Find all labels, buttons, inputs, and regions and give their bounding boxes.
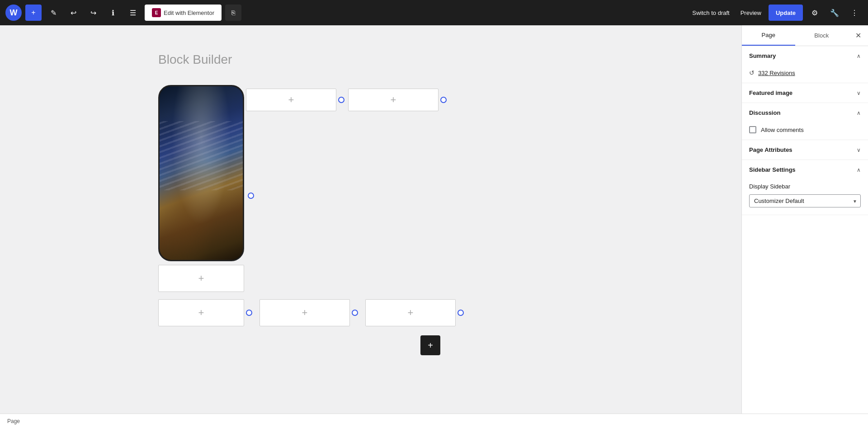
toolbar-right: Switch to draft Preview Update ⚙ 🔧 ⋮ — [689, 5, 863, 21]
sidebar-select-wrapper: Customizer Default Always Show Always Hi… — [742, 193, 868, 215]
panel-close-button[interactable]: ✕ — [848, 25, 868, 46]
page-attributes-section: Page Attributes ∨ — [742, 140, 868, 160]
allow-comments-checkbox[interactable] — [749, 126, 756, 133]
allow-comments-row: Allow comments — [742, 122, 868, 140]
phone-mockup — [158, 85, 244, 261]
wordpress-logo[interactable]: W — [5, 5, 22, 21]
edit-with-elementor-button[interactable]: E Edit with Elementor — [145, 5, 222, 21]
featured-image-title: Featured image — [749, 89, 793, 96]
phone-screen — [160, 86, 243, 260]
featured-image-chevron: ∨ — [857, 90, 861, 96]
discussion-section: Discussion ∧ Allow comments — [742, 103, 868, 140]
connector-dot-b3 — [458, 310, 464, 316]
tab-page[interactable]: Page — [742, 25, 795, 46]
canvas-content: Block Builder + — [149, 52, 592, 355]
revisions-icon: ↺ — [749, 69, 755, 76]
sidebar-select[interactable]: Customizer Default Always Show Always Hi… — [749, 194, 861, 207]
page-attributes-header[interactable]: Page Attributes ∨ — [742, 140, 868, 160]
add-block-below-phone[interactable]: + — [158, 265, 244, 292]
status-label: Page — [7, 418, 20, 424]
add-block-top-2[interactable]: + — [348, 89, 439, 111]
preview-button[interactable]: Preview — [737, 9, 765, 16]
add-block-bottom-3[interactable]: + — [365, 299, 456, 326]
summary-section: Summary ∧ ↺ 332 Revisions — [742, 46, 868, 83]
toolbar: W + ✎ ↩ ↪ ℹ ☰ E Edit with Elementor ⎘ Sw… — [0, 0, 868, 25]
update-button[interactable]: Update — [769, 5, 803, 21]
featured-image-header[interactable]: Featured image ∨ — [742, 83, 868, 103]
undo-button[interactable]: ↩ — [65, 5, 81, 21]
summary-section-header[interactable]: Summary ∧ — [742, 46, 868, 66]
sidebar-settings-chevron: ∧ — [857, 167, 861, 173]
featured-image-section: Featured image ∨ — [742, 83, 868, 103]
sidebar-settings-header[interactable]: Sidebar Settings ∧ — [742, 160, 868, 179]
sidebar-settings-title: Sidebar Settings — [749, 166, 796, 173]
tools-icon-button[interactable]: 🔧 — [826, 5, 843, 21]
more-options-button[interactable]: ⋮ — [846, 5, 863, 21]
settings-icon-button[interactable]: ⚙ — [807, 5, 823, 21]
select-wrapper: Customizer Default Always Show Always Hi… — [749, 194, 861, 207]
page-attributes-chevron: ∨ — [857, 147, 861, 153]
block-canvas: + + + — [149, 85, 592, 355]
page-attributes-title: Page Attributes — [749, 146, 793, 153]
page-title: Block Builder — [149, 52, 592, 67]
discussion-header[interactable]: Discussion ∧ — [742, 103, 868, 122]
status-bar: Page — [0, 414, 868, 428]
connector-dot-b2 — [352, 310, 358, 316]
edit-button[interactable]: ✎ — [45, 5, 61, 21]
add-block-bottom-2[interactable]: + — [259, 299, 350, 326]
summary-chevron: ∧ — [857, 53, 861, 59]
switch-draft-button[interactable]: Switch to draft — [689, 9, 733, 16]
tab-block[interactable]: Block — [795, 25, 849, 46]
sidebar-settings-section: Sidebar Settings ∧ Display Sidebar Custo… — [742, 160, 868, 215]
display-sidebar-label: Display Sidebar — [742, 179, 868, 193]
elementor-icon: E — [152, 8, 161, 17]
copy-button[interactable]: ⎘ — [225, 5, 241, 21]
right-panel: Page Block ✕ Summary ∧ ↺ 332 Revisions F… — [741, 25, 868, 428]
revisions-row: ↺ 332 Revisions — [742, 66, 868, 83]
canvas-area: Block Builder + — [0, 25, 741, 428]
discussion-chevron: ∧ — [857, 110, 861, 116]
add-block-bottom-1[interactable]: + — [158, 299, 244, 326]
connector-dot-b1 — [246, 310, 252, 316]
floating-add-button[interactable]: + — [420, 335, 440, 355]
add-block-top-1[interactable]: + — [246, 89, 336, 111]
redo-button[interactable]: ↪ — [85, 5, 101, 21]
allow-comments-label: Allow comments — [761, 127, 804, 133]
connector-dot-1 — [338, 97, 344, 103]
add-block-button[interactable]: + — [25, 5, 42, 21]
summary-title: Summary — [749, 52, 776, 59]
connector-dot-mid — [248, 193, 254, 199]
panel-tabs: Page Block ✕ — [742, 25, 868, 46]
connector-dot-2 — [440, 97, 447, 103]
list-button[interactable]: ☰ — [125, 5, 141, 21]
info-button[interactable]: ℹ — [105, 5, 121, 21]
discussion-title: Discussion — [749, 109, 780, 116]
revisions-link[interactable]: 332 Revisions — [758, 70, 795, 76]
main-layout: Block Builder + — [0, 0, 868, 428]
